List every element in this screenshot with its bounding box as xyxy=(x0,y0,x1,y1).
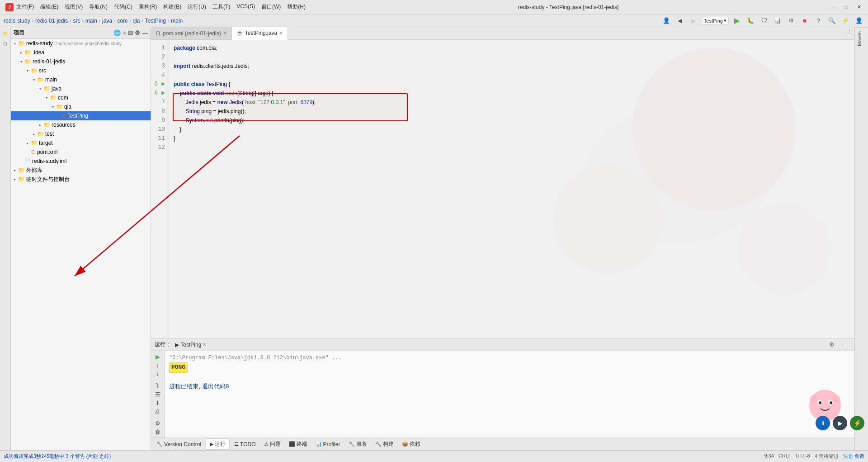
minimize-button[interactable]: — xyxy=(828,3,839,12)
menu-build[interactable]: 构建(B) xyxy=(160,2,184,12)
tab-build[interactable]: 🔨 构建 xyxy=(372,439,397,449)
run-tab-testping[interactable]: ▶ TestPing ✕ xyxy=(172,341,209,349)
close-panel-icon[interactable]: — xyxy=(142,29,148,36)
back-button[interactable]: ◀ xyxy=(675,16,685,26)
project-icon[interactable]: 📁 xyxy=(1,29,10,38)
menu-help[interactable]: 帮助(H) xyxy=(284,2,308,12)
action-btn-1[interactable]: ℹ xyxy=(816,416,830,430)
menu-tools[interactable]: 工具(T) xyxy=(210,2,233,12)
menu-vcs[interactable]: VCS(S) xyxy=(234,2,258,12)
run-tab-close[interactable]: ✕ xyxy=(203,342,206,347)
recent-files-icon[interactable]: ⋮ xyxy=(844,27,854,37)
close-button[interactable]: ✕ xyxy=(854,3,864,12)
debug-button[interactable]: 🐛 xyxy=(745,16,756,26)
stop-button[interactable]: ■ xyxy=(799,16,810,26)
run-output[interactable]: "D:\Program Files\Java\jdk1.8.0_212\bin\… xyxy=(165,351,854,438)
tab-pom-close[interactable]: ✕ xyxy=(223,30,227,36)
status-register[interactable]: 注册 免费 xyxy=(843,453,864,460)
status-charset[interactable]: UTF-8 xyxy=(796,453,810,460)
breadcrumb-item-1[interactable]: redis-01-jedis xyxy=(35,18,68,24)
tree-item[interactable]: ▾ 📁 com xyxy=(11,93,151,102)
breadcrumb-item-5[interactable]: com xyxy=(117,18,127,24)
settings-icon[interactable]: ⚙ xyxy=(135,29,140,36)
tree-item[interactable]: ▾ 📁 redis-01-jedis xyxy=(11,57,151,66)
action-btn-3[interactable]: ⚡ xyxy=(850,416,864,430)
tab-profiler[interactable]: 📊 Profiler xyxy=(312,440,344,449)
run-trash-icon[interactable]: 🗑 xyxy=(152,428,163,436)
run-filter-icon[interactable]: ⬇ xyxy=(152,399,163,407)
tree-item[interactable]: ▸ 📁 test xyxy=(11,129,151,138)
maximize-button[interactable]: □ xyxy=(841,3,852,12)
tree-item[interactable]: ▾ 📁 main xyxy=(11,75,151,84)
sort-icon[interactable]: ≡ xyxy=(123,29,126,36)
breadcrumb-item-0[interactable]: redis-study xyxy=(4,18,30,24)
tree-item[interactable]: 📄 redis-study.iml xyxy=(11,157,151,166)
breadcrumb-item-8[interactable]: main xyxy=(171,18,183,24)
menu-run[interactable]: 运行(U) xyxy=(185,2,209,12)
tab-todo[interactable]: ☰ TODO xyxy=(231,440,259,449)
tree-item[interactable]: ▾ 📁 src xyxy=(11,66,151,75)
tree-item[interactable]: ▸ 📁 target xyxy=(11,138,151,148)
code-editor[interactable]: package com.qia; import redis.clients.je… xyxy=(169,40,849,338)
search-button[interactable]: 🔍 xyxy=(826,16,837,26)
run-button[interactable]: ▶ xyxy=(731,16,742,26)
tree-item[interactable]: C TestPing xyxy=(11,111,151,120)
menu-navigate[interactable]: 导航(N) xyxy=(86,2,110,12)
run-list-icon[interactable]: ☰ xyxy=(152,391,163,398)
tree-item[interactable]: ▸ 📁 外部库 xyxy=(11,166,151,175)
account-button[interactable]: 👤 xyxy=(854,16,864,26)
settings-button[interactable]: ⚙ xyxy=(786,16,797,26)
tree-item[interactable]: 🗒 pom.xml xyxy=(11,148,151,157)
menu-view[interactable]: 视图(V) xyxy=(62,2,85,12)
breadcrumb-item-6[interactable]: qia xyxy=(132,18,140,24)
run-play-icon[interactable]: ▶ xyxy=(152,353,163,361)
bottom-tabs-bar: 🔧 Version Control ▶ 运行 ☰ TODO ⚠ 问题 ⬛ xyxy=(151,438,854,450)
menu-code[interactable]: 代码(C) xyxy=(111,2,135,12)
collapse-icon[interactable]: ⊟ xyxy=(128,29,133,36)
tree-item[interactable]: ▸ 📁 .idea xyxy=(11,48,151,57)
menu-refactor[interactable]: 重构(R) xyxy=(136,2,160,12)
tab-pom-xml[interactable]: 🗒 pom.xml (redis-01-jedis) ✕ xyxy=(151,27,232,39)
breadcrumb-item-3[interactable]: main xyxy=(85,18,97,24)
tab-testping-close[interactable]: ✕ xyxy=(279,30,283,36)
tree-item[interactable]: ▾ 📁 redis-study D:\project\idea project\… xyxy=(11,39,151,48)
run-print-icon[interactable]: 🖨 xyxy=(152,408,163,415)
tab-services[interactable]: 🔧 服务 xyxy=(345,439,371,449)
maven-panel-tab[interactable]: Maven xyxy=(855,27,868,50)
run-minimize-icon[interactable]: — xyxy=(840,340,851,350)
plugins-button[interactable]: ⚡ xyxy=(840,16,851,26)
run-down-icon[interactable]: ↓ xyxy=(152,370,163,378)
tree-item[interactable]: ▾ 📁 java xyxy=(11,84,151,93)
tree-item[interactable]: ▸ 📁 临时文件与控制台 xyxy=(11,175,151,184)
run-wrap-icon[interactable]: ⤵ xyxy=(152,382,163,390)
breadcrumb-item-4[interactable]: java xyxy=(102,18,112,24)
user-icon[interactable]: 👤 xyxy=(661,16,672,26)
run-settings2-icon[interactable]: ⚙ xyxy=(152,419,163,427)
java-file-icon: ☕ xyxy=(236,30,243,36)
run-config-dropdown[interactable]: TestPing ▾ xyxy=(702,17,729,24)
tab-problems[interactable]: ⚠ 问题 xyxy=(260,439,284,449)
menu-file[interactable]: 文件(F) xyxy=(14,2,37,12)
menu-edit[interactable]: 编辑(E) xyxy=(38,2,61,12)
tab-run[interactable]: ▶ 运行 xyxy=(206,438,230,450)
globe-icon[interactable]: 🌐 xyxy=(113,29,121,36)
tree-item[interactable]: ▾ 📁 qia xyxy=(11,102,151,111)
forward-button[interactable]: ▶ xyxy=(688,16,699,26)
breadcrumb-item-7[interactable]: TestPing xyxy=(145,18,166,24)
menu-window[interactable]: 窗口(W) xyxy=(259,2,283,12)
tree-item[interactable]: ▸ 📁 resources xyxy=(11,120,151,129)
action-btn-2[interactable]: ▶ xyxy=(833,416,847,430)
profile-button[interactable]: 📊 xyxy=(772,16,783,26)
structure-icon[interactable]: ⬡ xyxy=(1,39,10,48)
run-up-icon[interactable]: ↑ xyxy=(152,362,163,369)
tab-terminal[interactable]: ⬛ 终端 xyxy=(285,439,311,449)
status-indent[interactable]: 4 空格缩进 xyxy=(815,453,839,460)
coverage-button[interactable]: 🛡 xyxy=(759,16,769,26)
tab-dependencies[interactable]: 📦 依赖 xyxy=(398,439,424,449)
help-button[interactable]: ? xyxy=(813,16,824,26)
tab-testping[interactable]: ☕ TestPing.java ✕ xyxy=(232,27,288,40)
status-crlf[interactable]: CRLF xyxy=(778,453,792,460)
run-settings-icon[interactable]: ⚙ xyxy=(826,340,837,350)
tab-version-control[interactable]: 🔧 Version Control xyxy=(153,440,205,449)
breadcrumb-item-2[interactable]: src xyxy=(73,18,80,24)
